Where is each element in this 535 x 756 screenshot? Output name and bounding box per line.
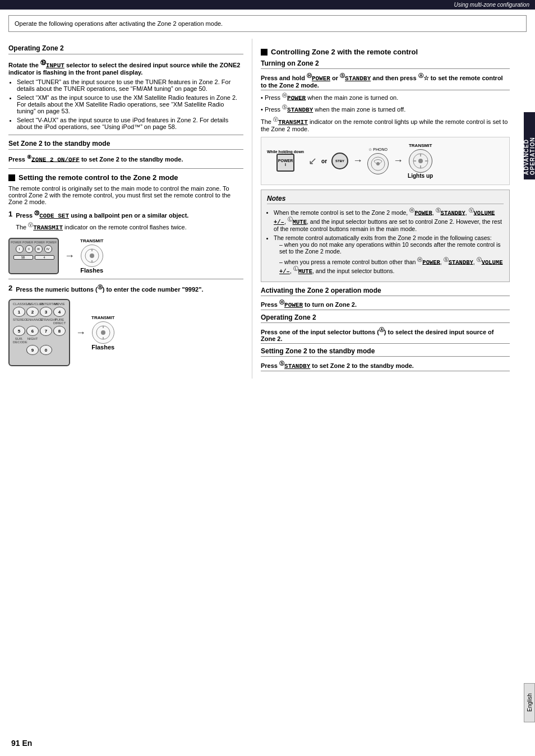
label-classical: CLASSICAL	[13, 302, 25, 306]
label-straight: STRAIGHT	[40, 318, 52, 325]
left-column: Operating Zone 2 Rotate the ⑲INPUT selec…	[0, 39, 252, 379]
remote-btn-2: II	[25, 245, 33, 253]
note-2-dash-2: – when you press a remote control button…	[279, 256, 504, 275]
numpad-btn-8: 8	[53, 326, 66, 336]
phono-circle-diagram	[367, 153, 389, 174]
side-tab-text: ADVANCED OPERATION	[523, 117, 535, 175]
step-2-heading: Press the numeric buttons (Ⓑ) to enter t…	[16, 284, 243, 293]
transmit-col-1: TRANSMIT Flashes	[80, 238, 103, 274]
transmit-top-label-3: TRANSMIT	[409, 143, 432, 148]
power-group: While holding down POWER I	[267, 150, 304, 172]
step-2-number: 2	[8, 284, 12, 292]
remote-btn-1: I	[16, 245, 24, 253]
activating-title: Activating the Zone 2 operation mode	[261, 287, 510, 296]
operating-zone2-title2: Operating Zone 2	[261, 314, 510, 323]
power-button-diagram: POWER I	[276, 154, 294, 172]
setting-remote-desc: The remote control is originally set to …	[8, 185, 243, 205]
numpad-btn-4: 4	[53, 307, 66, 317]
rotate-heading: Rotate the ⑲INPUT selector to select the…	[8, 59, 243, 76]
numpad-btn-6: 6	[26, 326, 39, 336]
step-1-number: 1	[8, 210, 12, 218]
rotate-heading-text: Rotate the ⑲INPUT selector to select the…	[8, 59, 243, 76]
notes-title: Notes	[267, 195, 504, 204]
flashes-label-1: Flashes	[80, 267, 103, 274]
press-input-selector: Press one of the input selector buttons …	[261, 326, 510, 344]
setting-standby-title: Setting Zone 2 to the standby mode	[261, 347, 510, 357]
notes-list: When the remote control is set to the Zo…	[274, 207, 504, 275]
transmit-col-2: TRANSMIT Flashes	[91, 315, 114, 351]
side-tab: ADVANCED OPERATION	[524, 112, 535, 179]
numpad-btn-0: 0	[40, 345, 52, 355]
press-power-title: Press ⒽPOWER to turn on Zone 2.	[261, 299, 510, 311]
step-1-diagram: POWERPOWERPOWERPOWER I II III IV SB 4 →	[8, 238, 243, 274]
standby-button-diagram: STBY	[331, 153, 348, 169]
numpad-btn-1: 1	[13, 307, 25, 317]
numpad-row-3: 9 0	[12, 345, 67, 355]
divider-3	[8, 279, 243, 279]
phono-group: ☆ PHONO	[367, 147, 389, 174]
divider-2	[8, 168, 243, 169]
numpad-btn-2: 2	[26, 307, 39, 317]
main-heading-text: Controlling Zone 2 with the remote contr…	[271, 48, 418, 56]
label-puredirect: PURE DIRECT	[53, 318, 66, 325]
info-box-text: Operate the following operations after a…	[15, 20, 223, 27]
main-content: Operating Zone 2 Rotate the ⑲INPUT selec…	[0, 39, 535, 379]
bullet-tuner: Select “TUNER” as the input source to us…	[17, 79, 243, 92]
transmit-circle-1	[81, 245, 103, 267]
remote-small-diagram: POWERPOWERPOWERPOWER I II III IV SB 4	[8, 238, 59, 274]
page-number: 91 En	[11, 739, 32, 748]
transmit-circle-2	[92, 321, 114, 344]
numpad-btn-5: 5	[13, 326, 25, 336]
transmit-top-label-2: TRANSMIT	[91, 315, 114, 320]
numpad-btn-7: 7	[40, 326, 52, 336]
numpad-label-row-1: CLASSICAL LIVE/CLUB ENTERTAIN MOVIE	[12, 302, 67, 306]
label-blank2	[53, 337, 66, 344]
remote-bottom-buttons: SB 4	[11, 255, 56, 260]
label-night: NIGHT	[26, 337, 39, 344]
remote-wide-btn-1: SB	[13, 255, 33, 260]
header-text: Using multi-zone configuration	[454, 2, 529, 8]
bullet-vaux: Select “V-AUX” as the input source to us…	[17, 117, 243, 130]
transmit-group: TRANSMIT Lights up	[408, 143, 433, 179]
press-power-note: • Press ⒽPOWER when the main zone is tur…	[261, 92, 510, 102]
arrow-2: →	[76, 327, 86, 339]
right-column: Controlling Zone 2 with the remote contr…	[252, 39, 524, 379]
remote-diagram-col: POWERPOWERPOWERPOWER I II III IV SB 4	[8, 238, 59, 274]
remote-btn-4: IV	[44, 245, 52, 253]
svg-point-1	[90, 253, 94, 258]
press-standby-note: • Press ⓈSTANDBY when the main zone is t…	[261, 104, 510, 113]
label-entertain: ENTERTAIN	[40, 302, 52, 306]
info-box: Operate the following operations after a…	[8, 15, 527, 32]
setting-remote-heading-block: Setting the remote control to the Zone 2…	[8, 173, 243, 182]
svg-point-11	[418, 159, 423, 163]
lights-up-label: Lights up	[408, 173, 433, 179]
arrow-1: →	[64, 250, 75, 262]
curved-arrow: ↙	[308, 155, 317, 167]
press-zone2-on-off: Press ⑧ZONE 2 ON/OFF to set Zone 2 to th…	[8, 154, 243, 163]
standby-group: STBY	[331, 153, 348, 169]
remote-top-buttons: I II III IV	[11, 245, 56, 253]
divider-1	[8, 135, 243, 135]
or-divider: or	[321, 158, 327, 164]
numpad-row-2: 5 6 7 8	[12, 326, 67, 336]
black-square-icon-2	[261, 49, 268, 56]
zone2-diagram: While holding down POWER I ↙ or STBY →	[261, 137, 510, 185]
remote-btn-3: III	[35, 245, 43, 253]
transmit-desc: The ⓋTRANSMIT indicator on the remote co…	[261, 116, 510, 132]
label-stereo: STEREO	[13, 318, 25, 325]
numpad-label-row-3: SUR. DECODE NIGHT	[12, 337, 67, 344]
label-blank	[40, 337, 52, 344]
bullet-xm: Select “XM” as the input source to use t…	[17, 94, 243, 114]
black-square-icon	[8, 174, 15, 181]
label-enhance: ENHANCE	[26, 318, 39, 325]
turning-on-title: Turning on Zone 2	[261, 59, 510, 69]
numpad-remote: CLASSICAL LIVE/CLUB ENTERTAIN MOVIE 1 2 …	[8, 299, 70, 366]
note-2: The remote control automatically exits f…	[274, 234, 504, 275]
step-1-sub: The ⓋTRANSMIT indicator on the remote co…	[16, 222, 243, 231]
numpad-btn-9: 9	[26, 345, 39, 355]
lang-tab-text: English	[527, 694, 533, 712]
while-holding-label: While holding down	[267, 150, 304, 154]
remote-wide-btn-2: 4	[35, 255, 54, 260]
input-source-list: Select “TUNER” as the input source to us…	[17, 79, 243, 130]
transmit-top-label-1: TRANSMIT	[80, 238, 103, 243]
